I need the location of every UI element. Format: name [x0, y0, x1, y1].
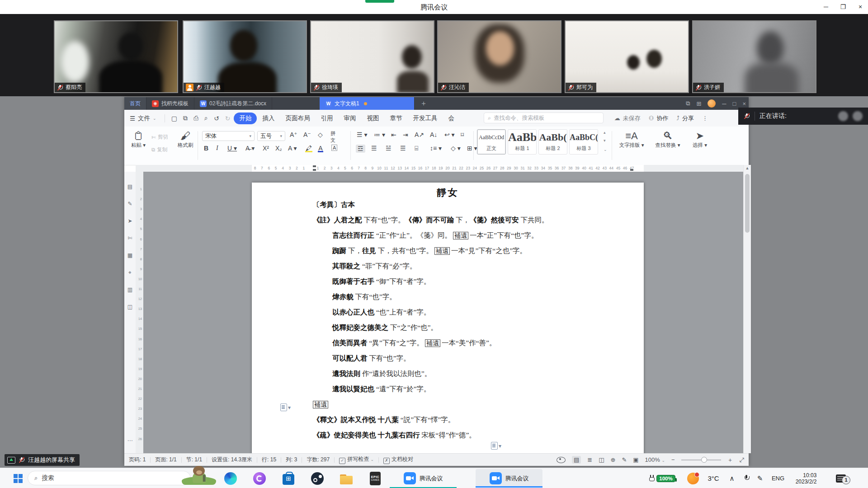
shading-button[interactable]: ◇ ▾ — [451, 145, 461, 152]
screen-share-banner[interactable]: 汪越越的屏幕共享 — [5, 454, 80, 466]
web-view-icon[interactable]: ⊕ — [610, 456, 615, 463]
decrease-indent-button[interactable]: ⇤ — [391, 131, 396, 138]
bold-button[interactable]: B — [204, 145, 208, 152]
menu-item-页面布局[interactable]: 页面布局 — [280, 113, 315, 124]
pen-icon[interactable]: ✎ — [124, 201, 136, 207]
file-explorer-icon[interactable] — [335, 468, 358, 488]
fullscreen-icon[interactable]: ⤢ — [740, 456, 744, 464]
font-size-select[interactable]: 五号▾ — [257, 131, 285, 141]
zoom-in-button[interactable]: ＋ — [727, 456, 733, 464]
copy-button[interactable]: ⧉复制 — [151, 146, 167, 153]
taskbar-meeting-app-1[interactable]: 腾讯会议 — [390, 468, 457, 488]
share-button[interactable]: 分享 — [682, 114, 694, 122]
epic-games-icon[interactable]: EPICGAMES — [363, 468, 387, 488]
increase-font-button[interactable]: A⁺ — [290, 131, 297, 138]
task-view-button[interactable]: ⫼ — [195, 468, 213, 488]
export-icon[interactable]: ⧉ — [183, 114, 188, 122]
language-indicator[interactable]: ENG — [769, 468, 788, 488]
video-tile-1[interactable]: 蔡阳亮 — [54, 20, 178, 93]
undo-icon[interactable]: ↺ — [214, 115, 219, 122]
menu-item-引用[interactable]: 引用 — [315, 113, 338, 124]
font-name-select[interactable]: 宋体▾ — [202, 131, 255, 141]
read-mode-icon[interactable]: ◫ — [124, 304, 136, 310]
tab-doc1[interactable]: W 02毛詩註疏卷第二.docx — [194, 97, 272, 110]
redo-icon[interactable]: ↻ — [225, 115, 231, 122]
account-avatar[interactable] — [708, 99, 716, 108]
tab-template[interactable]: ❋ 找稻壳模板 — [146, 97, 194, 110]
strikethrough-button[interactable]: A̶ ▾ — [245, 145, 255, 152]
weather-icon[interactable] — [686, 468, 700, 488]
start-button[interactable] — [10, 468, 26, 488]
styles-up-icon[interactable]: ▴ — [604, 130, 606, 135]
edit-mode-icon[interactable]: ✎ — [622, 456, 627, 463]
menu-item-开发工具[interactable]: 开发工具 — [407, 113, 443, 124]
maximize-button[interactable]: ❐ — [835, 0, 852, 14]
align-left-button[interactable]: ☲ — [356, 145, 365, 153]
distribute-button[interactable]: ⌸ — [415, 145, 418, 152]
menu-item-插入[interactable]: 插入 — [257, 113, 280, 124]
font-color-button[interactable]: A — [318, 145, 323, 152]
print-icon[interactable]: ⎙ — [193, 114, 198, 122]
command-search-box[interactable]: ⌕ 查找命令、搜索模板 — [484, 113, 604, 123]
style-正文[interactable]: AaBbCcDd正文 — [477, 129, 506, 155]
menu-item-开始[interactable]: 开始 — [234, 113, 257, 124]
proofread-toggle[interactable]: ✗文档校对 — [379, 455, 418, 464]
eye-protect-icon[interactable] — [557, 457, 566, 463]
cut-button[interactable]: ✄剪切 — [151, 134, 168, 141]
justify-button[interactable]: ☰ — [400, 145, 406, 152]
decrease-font-button[interactable]: A⁻ — [303, 131, 311, 138]
battery-status[interactable]: 100% — [646, 468, 678, 488]
outline-pane-icon[interactable]: ▤ — [124, 183, 136, 190]
align-right-button[interactable]: ☱ — [386, 145, 392, 152]
paragraph-mark-button[interactable]: ↩ ▾ — [444, 131, 455, 138]
indent-marker[interactable] — [313, 169, 316, 171]
style-标题 1[interactable]: AaBb标题 1 — [508, 129, 537, 155]
read-view-icon[interactable]: ◫ — [599, 456, 604, 463]
paste-options-button[interactable]: ▾ — [491, 442, 501, 450]
video-tile-5[interactable]: 郑可为 — [565, 20, 689, 93]
grid-view-icon[interactable]: ⊞ — [696, 100, 701, 107]
character-border-button[interactable]: A — [331, 145, 337, 151]
fit-page-icon[interactable]: ▣ — [633, 456, 638, 463]
increase-indent-button[interactable]: ⇥ — [403, 131, 408, 138]
zoom-slider[interactable] — [681, 460, 721, 460]
tab-home[interactable]: 首页 — [124, 97, 146, 110]
notification-center-button[interactable]: 1 — [832, 468, 850, 488]
outline-view-icon[interactable]: ≣ — [587, 456, 592, 463]
align-center-button[interactable]: ☰ — [371, 145, 377, 152]
menu-item-章节[interactable]: 章节 — [384, 113, 407, 124]
new-doc-icon[interactable]: ▢ — [171, 115, 177, 122]
subscript-button[interactable]: X₂ — [275, 145, 282, 152]
superscript-button[interactable]: X² — [263, 145, 269, 152]
edge-browser-icon[interactable] — [219, 468, 242, 488]
tray-expand-icon[interactable]: ∧ — [725, 468, 739, 488]
style-标题 2[interactable]: AaBb(标题 2 — [538, 129, 567, 155]
menu-item-会[interactable]: 会 — [443, 113, 460, 124]
right-indent-marker[interactable] — [630, 169, 633, 171]
highlight-color-button[interactable]: 🖍︎ — [305, 145, 312, 152]
paste-options-button[interactable]: ▾ — [280, 404, 291, 411]
zoom-out-button[interactable]: − — [671, 456, 675, 463]
collaborate-button[interactable]: 协作 — [657, 114, 669, 122]
browser-dev-icon[interactable] — [248, 468, 271, 488]
video-tile-4[interactable]: 汪沁洁 — [437, 20, 561, 93]
menu-item-视图[interactable]: 视图 — [361, 113, 384, 124]
tab-doc2-active[interactable]: W 文字文稿1 — [320, 97, 415, 110]
clock[interactable]: 10:03 2023/2/2 — [790, 468, 822, 488]
more-tools-icon[interactable]: ⋯ — [124, 437, 136, 444]
bullet-list-button[interactable]: ☰ ▾ — [357, 131, 367, 138]
paste-button[interactable]: 📋︎ 粘贴 ▾ — [128, 130, 149, 149]
styles-more-icon[interactable]: ⌄ — [604, 147, 607, 152]
video-tile-2[interactable]: 汪越越 — [183, 20, 307, 93]
steam-icon[interactable] — [306, 468, 329, 488]
page-view-icon[interactable]: ▤ — [572, 456, 581, 464]
pinyin-icon[interactable]: 拼文 — [330, 130, 335, 144]
split-view-icon[interactable]: ⧉ — [686, 100, 690, 107]
taskbar-search-input[interactable]: ⌕ 搜索 — [28, 471, 191, 485]
new-tab-button[interactable]: ＋ — [415, 97, 433, 110]
more-menu-icon[interactable]: ⋮ — [702, 115, 708, 122]
taskbar-meeting-app-2[interactable]: 腾讯会议 — [476, 469, 542, 488]
spell-check-toggle[interactable]: ✓拼写检查 ⌄ — [335, 455, 378, 464]
document-page[interactable]: 靜女 〔考異〕古本《註》人君之配 下有“也”字。《傳》而不可踰 下，《箋》然後可… — [252, 183, 644, 453]
tab-stop-button[interactable]: ⌑ — [461, 131, 464, 138]
